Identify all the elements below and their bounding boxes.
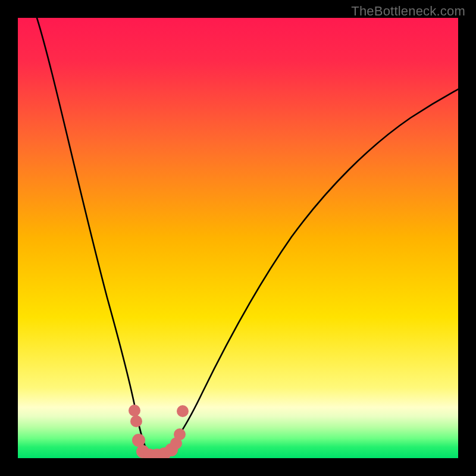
svg-point-1 (130, 415, 142, 427)
plot-area (18, 18, 458, 458)
watermark-text: TheBottleneck.com (351, 4, 465, 19)
gradient-background (18, 18, 458, 458)
svg-point-9 (174, 428, 186, 440)
svg-point-0 (129, 405, 140, 416)
svg-point-10 (177, 405, 189, 417)
svg-point-2 (132, 434, 145, 447)
bottleneck-chart (18, 18, 458, 458)
chart-frame: TheBottleneck.com (0, 0, 476, 476)
